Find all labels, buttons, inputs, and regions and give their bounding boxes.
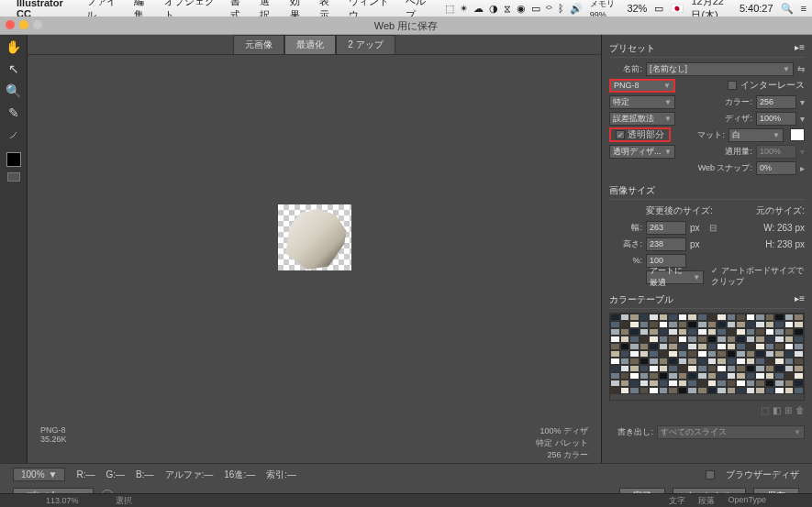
eyedropper-tool[interactable]: ✎	[6, 105, 22, 121]
evernote-icon[interactable]: ✴	[460, 3, 468, 15]
hex-readout: 16進:—	[224, 468, 255, 481]
interlace-label: インターレース	[740, 79, 805, 92]
menubar-time: 5:40:27	[740, 3, 773, 14]
amount-label: 適用量:	[714, 146, 752, 158]
format-info: PNG-8	[40, 425, 67, 435]
ct-lock-icon[interactable]: ⬚	[761, 405, 769, 415]
interlace-checkbox[interactable]	[728, 81, 737, 90]
zoom-tool[interactable]: 🔍	[6, 83, 22, 99]
b-readout: B:—	[136, 469, 153, 479]
panel-tab-character[interactable]: 文字	[669, 495, 685, 507]
palette-select[interactable]: 特定▼	[609, 95, 675, 109]
toggle-slices[interactable]	[7, 172, 20, 182]
ct-add-icon[interactable]: ⊞	[784, 405, 792, 415]
line-icon[interactable]: ◉	[517, 3, 526, 15]
colors-input[interactable]: 256	[756, 95, 796, 109]
orig-width: W: 263 px	[763, 223, 805, 233]
r-readout: R:—	[76, 469, 95, 479]
height-input[interactable]: 238	[646, 237, 686, 251]
spotlight-icon[interactable]: 🔍	[781, 3, 794, 15]
width-input[interactable]: 263	[646, 221, 686, 235]
dog-image	[279, 205, 350, 270]
color-table[interactable]	[609, 313, 805, 401]
preset-header: プリセット▸≡	[609, 39, 805, 58]
hand-tool[interactable]: ✋	[6, 39, 22, 55]
new-size-label: 変更後のサイズ:	[646, 204, 713, 217]
doc-zoom[interactable]: 113.07%	[46, 496, 79, 505]
bluetooth-icon[interactable]: ᛒ	[558, 3, 564, 14]
color-label: カラー:	[719, 96, 752, 108]
alpha-readout: アルファ:—	[165, 468, 214, 481]
preview-canvas[interactable]	[28, 55, 601, 420]
websnap-label: Web スナップ:	[688, 162, 752, 174]
tab-original[interactable]: 元画像	[233, 35, 284, 55]
orig-height: H: 238 px	[765, 239, 805, 249]
index-readout: 索引:—	[266, 468, 296, 481]
window-controls	[6, 20, 42, 29]
app-status-bar: 113.07% 選択 文字 段落 OpenType	[0, 493, 812, 507]
clip-checkbox-label[interactable]: ✓ アートボードサイズでクリップ	[711, 266, 805, 288]
filesize-info: 35.26K	[40, 435, 67, 444]
ct-trash-icon[interactable]: 🗑	[795, 405, 805, 415]
close-button[interactable]	[6, 20, 15, 29]
tab-2up[interactable]: 2 アップ	[336, 35, 395, 55]
dropbox-icon[interactable]: ⬚	[445, 3, 454, 15]
minimize-button[interactable]	[19, 20, 28, 29]
orig-size-label: 元のサイズ:	[756, 204, 805, 217]
wifi-icon[interactable]: ⌔	[546, 3, 552, 14]
battery-icon: ▭	[654, 3, 663, 15]
websnap-input[interactable]: 0%	[756, 161, 796, 175]
export-select[interactable]: すべてのスライス▼	[657, 425, 805, 439]
sync-icon[interactable]: ☁	[473, 3, 484, 15]
name-label: 名前:	[609, 63, 642, 75]
notifications-icon[interactable]: ≡	[801, 3, 806, 14]
panel-tab-opentype[interactable]: OpenType	[728, 495, 766, 507]
ct-menu-icon[interactable]: ▸≡	[795, 293, 805, 306]
height-label: 高さ:	[609, 238, 642, 250]
fit-select[interactable]: アートに最適▼	[646, 270, 704, 284]
format-select[interactable]: PNG-8▼	[609, 79, 675, 93]
g-readout: G:—	[106, 469, 125, 479]
preview-info: PNG-8 35.26K 100% ディザ 特定 パレット 256 カラー	[28, 420, 601, 463]
dialog-titlebar: Web 用に保存	[0, 17, 812, 35]
export-label: 書き出し:	[609, 426, 653, 438]
trans-dither-select[interactable]: 透明ディザ...▼	[609, 145, 675, 159]
color-swatch[interactable]	[6, 152, 21, 167]
status-icons: ⬚ ✴ ☁ ◑ ⧖ ◉ ▭ ⌔ ᛒ 🔊	[445, 3, 583, 15]
ct-shift-icon[interactable]: ◧	[773, 405, 781, 415]
amount-input: 100%	[756, 145, 796, 159]
display-icon[interactable]: ▭	[531, 3, 540, 15]
size-header: 画像サイズ	[609, 181, 805, 200]
browser-dither-checkbox[interactable]	[706, 470, 715, 479]
browser-dither-label: ブラウザーディザ	[726, 468, 799, 481]
preview-tabs: 元画像 最適化 2 アップ	[28, 35, 601, 55]
volume-icon[interactable]: 🔊	[570, 3, 583, 15]
status-icon[interactable]: ◑	[489, 3, 498, 15]
slice-tool[interactable]: ⟋	[6, 127, 22, 143]
dither-method-select[interactable]: 誤差拡散法▼	[609, 112, 675, 126]
flag-icon[interactable]: 🇯🇵	[671, 3, 684, 15]
clock-icon[interactable]: ⧖	[504, 3, 511, 15]
transparency-label: 透明部分	[628, 128, 664, 141]
dither-info: 100% ディザ	[536, 425, 588, 437]
panel-menu-icon[interactable]: ▸≡	[795, 42, 805, 55]
dither-input[interactable]: 100%	[756, 112, 796, 126]
preset-options-icon[interactable]: ⇆	[797, 64, 805, 74]
preview-image	[278, 204, 351, 270]
dialog-title: Web 用に保存	[374, 20, 438, 31]
link-icon[interactable]: ⊟	[709, 223, 717, 233]
macos-menubar: Illustrator CC ファイル 編集 オブジェクト 書式 選択 効果 表…	[0, 0, 812, 17]
zoom-button[interactable]	[33, 20, 42, 29]
width-label: 幅:	[609, 222, 642, 234]
colors-info: 256 カラー	[536, 449, 588, 461]
matte-select[interactable]: 白▼	[729, 128, 784, 142]
preview-zoom-select[interactable]: 100% ▼	[13, 468, 65, 481]
tab-optimized[interactable]: 最適化	[284, 35, 336, 55]
preset-name-select[interactable]: [名前なし]▼	[646, 62, 794, 76]
matte-swatch[interactable]	[790, 128, 805, 141]
slice-select-tool[interactable]: ↖	[6, 61, 22, 77]
panel-tab-paragraph[interactable]: 段落	[698, 495, 715, 507]
matte-label: マット:	[692, 129, 725, 141]
colortable-header: カラーテーブル▸≡	[609, 290, 805, 309]
transparency-checkbox[interactable]: ✓	[616, 130, 625, 139]
